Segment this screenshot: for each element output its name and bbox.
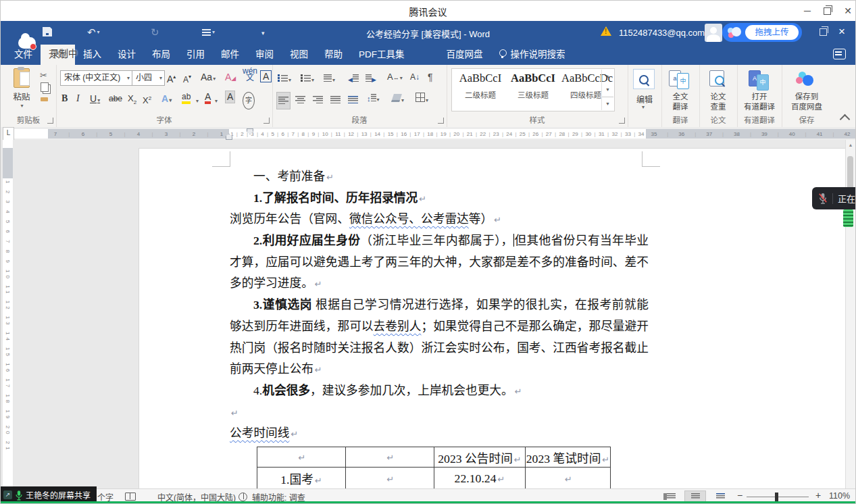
subscript-icon[interactable]: X2	[128, 92, 136, 109]
zoom-level[interactable]: 110%	[829, 491, 850, 501]
clipboard-dialog-launcher[interactable]	[47, 118, 53, 124]
read-mode-icon[interactable]	[659, 491, 680, 502]
document-line[interactable]: 4.机会很多，建议多参加几次，上岸机会也更大。↵	[230, 380, 649, 402]
style-heading2[interactable]: AaBbCcI 二级标题	[456, 72, 505, 111]
document-line[interactable]: ↵	[230, 402, 649, 424]
sort-icon[interactable]: A↓	[410, 70, 420, 84]
format-painter-icon[interactable]	[41, 97, 48, 101]
tab-PDF工具集[interactable]: PDF工具集	[351, 45, 413, 65]
table-cell[interactable]: 22.10.24↵	[434, 468, 526, 489]
numbering-icon[interactable]: ▾	[301, 72, 314, 87]
document-page[interactable]: 一、考前准备↵1.了解报名时间、历年招录情况↵浏览历年公告（官网、微信公众号、公…	[139, 148, 848, 488]
clear-format-icon[interactable]: A◢	[225, 70, 236, 85]
zoom-out-icon[interactable]: −	[737, 490, 742, 501]
style-heading3[interactable]: AaBbCcI 三级标题	[509, 72, 557, 111]
change-case-icon[interactable]: Aa▾	[201, 70, 216, 86]
multilevel-list-icon[interactable]: ▾	[324, 72, 335, 87]
bold-icon[interactable]: B	[61, 92, 68, 105]
highlight-icon[interactable]: ab	[182, 92, 191, 104]
word-close-icon[interactable]: ×	[838, 25, 845, 39]
tab-视图[interactable]: 视图	[282, 45, 316, 65]
vertical-ruler[interactable]: 1 2 3 4 5 6 7 8 9 10 11 12 13 14 15 16 1…	[3, 140, 13, 488]
avatar[interactable]	[705, 24, 722, 42]
paper-check-button[interactable]: 论文查重	[701, 68, 735, 112]
find-button[interactable]	[633, 69, 655, 89]
document-line[interactable]: 多的学习进度。↵	[230, 273, 649, 295]
tab-操作说明搜索[interactable]: 操作说明搜索	[491, 45, 574, 65]
italic-icon[interactable]: I	[76, 92, 80, 105]
paragraph-dialog-launcher[interactable]	[438, 118, 444, 124]
comments-icon[interactable]	[833, 49, 846, 59]
zoom-slider-thumb[interactable]	[775, 493, 778, 501]
youdao-translate-button[interactable]: A中 打开有道翻译	[739, 68, 780, 112]
font-dialog-launcher[interactable]	[263, 118, 270, 124]
styles-scroll-down-icon[interactable]: ▼	[602, 83, 613, 97]
document-text[interactable]: 一、考前准备↵1.了解报名时间、历年招录情况↵浏览历年公告（官网、微信公众号、公…	[230, 166, 649, 445]
character-shading-icon[interactable]: A	[225, 91, 235, 103]
grow-font-icon[interactable]: A▴	[167, 70, 176, 86]
styles-scroll-up-icon[interactable]: ▲	[602, 70, 613, 83]
word-restore-icon[interactable]	[820, 28, 827, 36]
bullets-icon[interactable]: ▾	[278, 72, 291, 87]
baidu-upload-button[interactable]: 拖拽上传	[745, 25, 799, 40]
table-cell[interactable]: 2023 公告时间↵	[434, 447, 526, 468]
enclose-characters-icon[interactable]: 字	[243, 92, 255, 109]
styles-more-icon[interactable]: ▼	[602, 97, 613, 111]
document-line[interactable]: 热门岗（报名时随时关注报名人数）浙江会实时公布，国考、江西省考报名截止	[230, 338, 649, 359]
document-line[interactable]: 够达到历年进面线，那可以去卷别人；如果觉得自己不是那么确定，那尽量避开	[230, 316, 649, 338]
save-to-baidu-button[interactable]: 保存到百度网盘	[786, 68, 827, 112]
document-line[interactable]: 前两天停止公布↵	[230, 359, 649, 380]
document-table[interactable]: ↵↵2023 公告时间↵2023 笔试时间↵1.国考↵↵22.10.24↵↵	[257, 447, 611, 488]
minimize-icon[interactable]: ─	[802, 5, 813, 16]
document-line[interactable]: 浏览历年公告（官网、微信公众号、公考雷达等）↵	[230, 209, 649, 230]
cut-icon[interactable]: ✂	[40, 69, 47, 82]
character-border-icon[interactable]: A	[260, 70, 272, 82]
align-left-icon[interactable]	[276, 92, 291, 109]
document-line[interactable]: 公考时间线↵	[230, 423, 649, 445]
font-size-combo[interactable]: 小四▾	[132, 70, 165, 86]
font-color-icon[interactable]: A	[205, 92, 211, 104]
document-line[interactable]: 1.了解报名时间、历年招录情况↵	[230, 188, 649, 209]
tab-布局[interactable]: 布局	[144, 45, 178, 65]
tab-百度网盘[interactable]: 百度网盘	[438, 45, 491, 65]
styles-dialog-launcher[interactable]	[619, 118, 625, 124]
table-cell[interactable]: ↵	[526, 468, 611, 489]
tab-审阅[interactable]: 审阅	[247, 45, 282, 65]
tab-插入[interactable]: 插入	[75, 45, 109, 65]
tab-引用[interactable]: 引用	[178, 45, 213, 65]
close-icon[interactable]: ✕	[842, 5, 853, 16]
underline-icon[interactable]: U▾	[90, 92, 100, 107]
text-effects-icon[interactable]: A▾	[161, 92, 172, 107]
document-line[interactable]: 3.谨慎选岗 根据自己学习情况进行选择，如果学的很扎实，在报考前就能	[230, 295, 649, 316]
table-cell[interactable]: ↵	[257, 447, 346, 468]
justify-icon[interactable]	[330, 93, 341, 107]
decrease-indent-icon[interactable]: ◀	[348, 72, 359, 86]
superscript-icon[interactable]: X2	[143, 92, 151, 107]
borders-icon[interactable]: ▾	[416, 92, 428, 107]
editing-label[interactable]: 编辑	[628, 93, 661, 105]
table-cell[interactable]: 1.国考↵	[257, 468, 346, 489]
baidu-upload-widget[interactable]: 拖拽上传	[722, 23, 802, 42]
document-line[interactable]: 一、考前准备↵	[230, 166, 649, 188]
align-center-icon[interactable]	[295, 93, 305, 107]
document-line[interactable]: 才算，应届可以避免遇上考了两三年的大神，大家都是差不多的准备时间、差不	[230, 252, 649, 274]
horizontal-ruler[interactable]: 7|6|5|4|3|2|1 1|2|3|4|5|6|7|8|9|10|11|12…	[14, 129, 855, 138]
proofing-icon[interactable]	[125, 493, 136, 501]
align-right-icon[interactable]	[313, 93, 323, 107]
asian-layout-icon[interactable]: A↔▾	[387, 70, 403, 85]
collapse-ribbon-icon[interactable]	[840, 114, 851, 125]
table-cell[interactable]: 2023 笔试时间↵	[526, 447, 611, 468]
web-layout-icon[interactable]	[710, 491, 730, 502]
shrink-font-icon[interactable]: A▾	[183, 70, 191, 86]
zoom-in-icon[interactable]: +	[815, 490, 821, 501]
phonetic-guide-icon[interactable]: wén文	[243, 68, 257, 81]
copy-icon[interactable]	[41, 82, 49, 92]
account-email[interactable]: 1152487433@qq.com	[619, 28, 705, 38]
table-cell[interactable]: ↵	[346, 447, 434, 468]
increase-indent-icon[interactable]: ▶	[366, 72, 376, 86]
table-cell[interactable]: ↵	[346, 468, 434, 489]
full-text-translate-button[interactable]: a中 全文翻译	[663, 68, 697, 112]
tab-帮助[interactable]: 帮助	[316, 45, 351, 65]
strikethrough-icon[interactable]: abe	[109, 92, 122, 105]
tab-selector[interactable]: L	[3, 127, 14, 141]
